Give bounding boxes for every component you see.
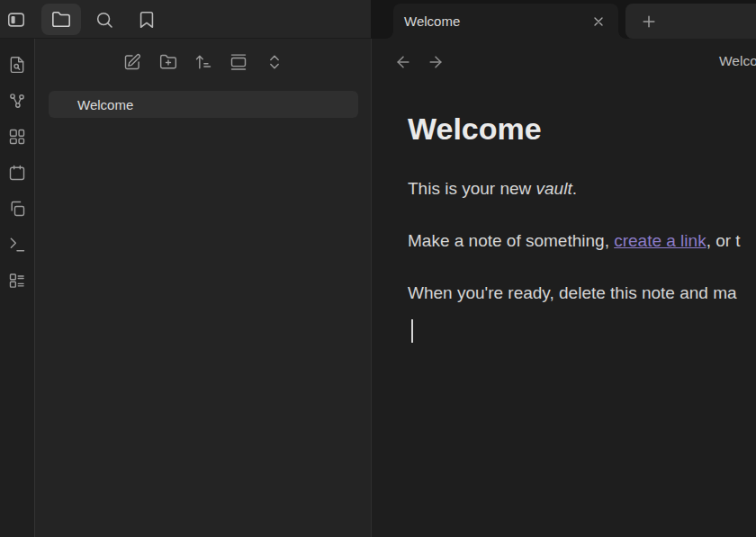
folder-icon bbox=[51, 10, 71, 30]
sort-order-button[interactable] bbox=[191, 49, 216, 75]
editor-pane: Welcome Welcome This is your new vault. … bbox=[371, 39, 756, 537]
close-icon bbox=[591, 14, 606, 29]
templates-button[interactable] bbox=[4, 196, 30, 221]
titlebar bbox=[0, 0, 371, 39]
tab-title: Welcome bbox=[393, 13, 588, 29]
layout-dashboard-icon bbox=[8, 128, 26, 146]
terminal-icon bbox=[8, 236, 26, 254]
files-tab-button[interactable] bbox=[41, 4, 81, 35]
sidebar-toggle-button[interactable] bbox=[5, 9, 27, 31]
note-paragraph-2: Make a note of something, create a link,… bbox=[408, 228, 756, 255]
layout-list-icon bbox=[8, 272, 26, 290]
layout-list-button[interactable] bbox=[4, 268, 30, 293]
graph-icon bbox=[8, 92, 26, 110]
search-icon bbox=[94, 10, 114, 30]
new-tab-button[interactable] bbox=[636, 9, 662, 34]
new-folder-icon bbox=[159, 53, 177, 71]
note-paragraph-1: This is your new vault. bbox=[408, 175, 756, 202]
file-search-icon bbox=[8, 56, 26, 74]
new-folder-button[interactable] bbox=[156, 49, 181, 75]
view-header: Welcome bbox=[372, 39, 756, 85]
calendar-icon bbox=[8, 164, 26, 182]
tab-bar: Welcome bbox=[371, 0, 756, 39]
expand-all-icon bbox=[266, 53, 284, 71]
gallery-view-button[interactable] bbox=[226, 49, 251, 75]
plus-icon bbox=[640, 13, 658, 31]
sort-order-icon bbox=[194, 53, 212, 71]
explorer-toolbar bbox=[35, 39, 371, 82]
view-header-title[interactable]: Welcome bbox=[719, 53, 756, 69]
command-palette-button[interactable] bbox=[4, 232, 30, 257]
new-note-button[interactable] bbox=[120, 49, 145, 75]
create-link-anchor[interactable]: create a link bbox=[614, 231, 706, 250]
graph-view-button[interactable] bbox=[4, 88, 30, 113]
arrow-right-icon bbox=[427, 53, 445, 71]
arrow-left-icon bbox=[394, 53, 412, 71]
quick-switcher-button[interactable] bbox=[4, 52, 30, 77]
file-explorer: Welcome bbox=[34, 39, 371, 537]
daily-note-button[interactable] bbox=[4, 160, 30, 185]
bookmark-icon bbox=[137, 10, 157, 30]
tab-welcome[interactable]: Welcome bbox=[393, 4, 618, 39]
file-label: Welcome bbox=[49, 97, 133, 112]
text-cursor bbox=[411, 319, 413, 343]
file-item-welcome[interactable]: Welcome bbox=[49, 91, 358, 118]
panel-left-toggle-icon bbox=[6, 10, 26, 30]
new-note-icon bbox=[123, 53, 141, 71]
gallery-vertical-icon bbox=[230, 53, 248, 71]
navigate-back-button[interactable] bbox=[392, 50, 415, 74]
ribbon bbox=[0, 39, 34, 537]
obsidian-window: Welcome bbox=[0, 0, 756, 537]
expand-all-button[interactable] bbox=[262, 49, 287, 75]
navigate-forward-button[interactable] bbox=[424, 50, 447, 74]
bookmarks-tab-button[interactable] bbox=[133, 6, 160, 33]
italic-text: vault bbox=[536, 179, 572, 198]
note-editor[interactable]: Welcome This is your new vault. Make a n… bbox=[372, 85, 756, 346]
note-heading: Welcome bbox=[408, 109, 756, 148]
tab-close-button[interactable] bbox=[588, 11, 609, 32]
empty-line bbox=[408, 319, 756, 346]
copy-icon bbox=[8, 200, 26, 218]
note-paragraph-3: When you're ready, delete this note and … bbox=[408, 280, 756, 307]
search-tab-button[interactable] bbox=[91, 6, 118, 33]
tab-bar-spacer bbox=[626, 4, 756, 39]
new-canvas-button[interactable] bbox=[4, 124, 30, 149]
